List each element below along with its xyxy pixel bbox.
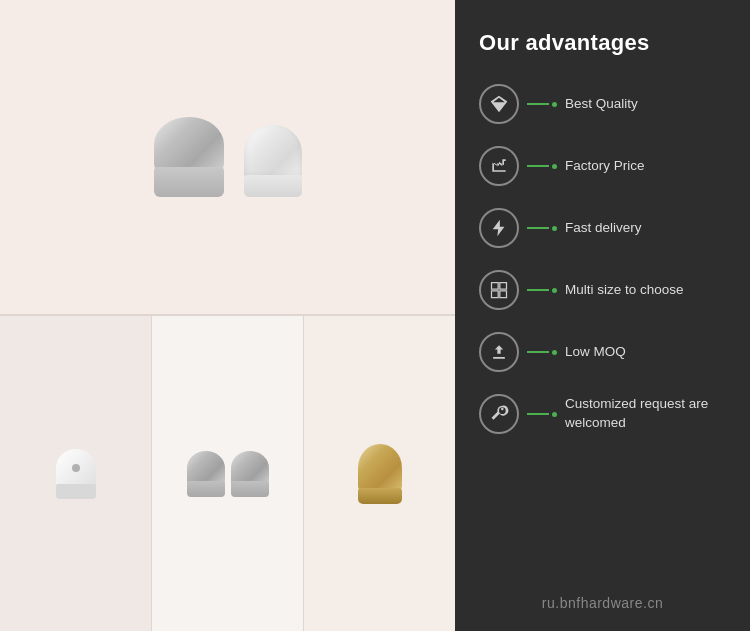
advantage-item-size: Multi size to choose [479, 270, 726, 310]
knob-sm-silver-top-2 [231, 451, 269, 485]
green-dot [552, 412, 557, 417]
upload-icon [489, 342, 509, 362]
delivery-icon-circle [479, 208, 519, 248]
advantages-title: Our advantages [479, 30, 726, 56]
quality-connector [527, 102, 557, 107]
knob-sm-gold-top [358, 444, 402, 492]
knob-white-top [244, 125, 302, 180]
thumbnail-row [0, 315, 455, 631]
knob-sm-silver-base-2 [231, 481, 269, 497]
delivery-label: Fast delivery [565, 219, 642, 238]
bolt-icon [489, 218, 509, 238]
moq-label: Low MOQ [565, 343, 626, 362]
delivery-connector [527, 226, 557, 231]
quality-icon-circle [479, 84, 519, 124]
knob-white-base [244, 175, 302, 197]
quality-label: Best Quality [565, 95, 638, 114]
price-label: Factory Price [565, 157, 645, 176]
knob-silver [154, 117, 224, 197]
svg-point-0 [501, 408, 504, 411]
right-panel: Our advantages Best Quality Factory Pric… [455, 0, 750, 631]
advantage-item-quality: Best Quality [479, 84, 726, 124]
custom-icon-circle [479, 394, 519, 434]
custom-connector [527, 412, 557, 417]
diamond-icon [489, 94, 509, 114]
moq-connector [527, 350, 557, 355]
main-product-image [0, 0, 455, 315]
knob-sm-silver-2 [231, 451, 269, 497]
knob-sm-silver-top-1 [187, 451, 225, 485]
knob-sm-gold-base [358, 488, 402, 504]
knob-sm-silver-base-1 [187, 481, 225, 497]
green-dot [552, 226, 557, 231]
knob-silver-pair [187, 451, 269, 497]
green-dot [552, 102, 557, 107]
moq-icon-circle [479, 332, 519, 372]
knob-sm-white-base [56, 484, 96, 499]
wrench-icon [489, 404, 509, 424]
price-connector [527, 164, 557, 169]
size-connector [527, 288, 557, 293]
watermark: ru.bnfhardware.cn [479, 595, 726, 611]
size-icon-circle [479, 270, 519, 310]
green-line [527, 165, 549, 168]
knob-silver-top [154, 117, 224, 172]
knob-silver-base [154, 167, 224, 197]
custom-label: Customized request are welcomed [565, 395, 726, 433]
green-line [527, 227, 549, 230]
green-dot [552, 288, 557, 293]
knob-white [244, 125, 302, 197]
advantage-item-custom: Customized request are welcomed [479, 394, 726, 434]
grid-icon [489, 280, 509, 300]
knob-sm-white-top [56, 449, 96, 487]
price-icon-circle [479, 146, 519, 186]
thumbnail-1[interactable] [0, 316, 152, 631]
green-line [527, 413, 549, 416]
green-line [527, 289, 549, 292]
left-panel [0, 0, 455, 631]
screw-hole [72, 464, 80, 472]
green-line [527, 351, 549, 354]
green-dot [552, 350, 557, 355]
factory-icon [489, 156, 509, 176]
green-line [527, 103, 549, 106]
size-label: Multi size to choose [565, 281, 684, 300]
knob-sm-gold [358, 444, 402, 504]
advantage-item-moq: Low MOQ [479, 332, 726, 372]
thumbnail-3[interactable] [304, 316, 455, 631]
knob-sm-white [56, 449, 96, 499]
advantage-item-delivery: Fast delivery [479, 208, 726, 248]
green-dot [552, 164, 557, 169]
thumbnail-2[interactable] [152, 316, 304, 631]
knob-group-large [154, 117, 302, 197]
knob-sm-silver-1 [187, 451, 225, 497]
advantage-item-price: Factory Price [479, 146, 726, 186]
